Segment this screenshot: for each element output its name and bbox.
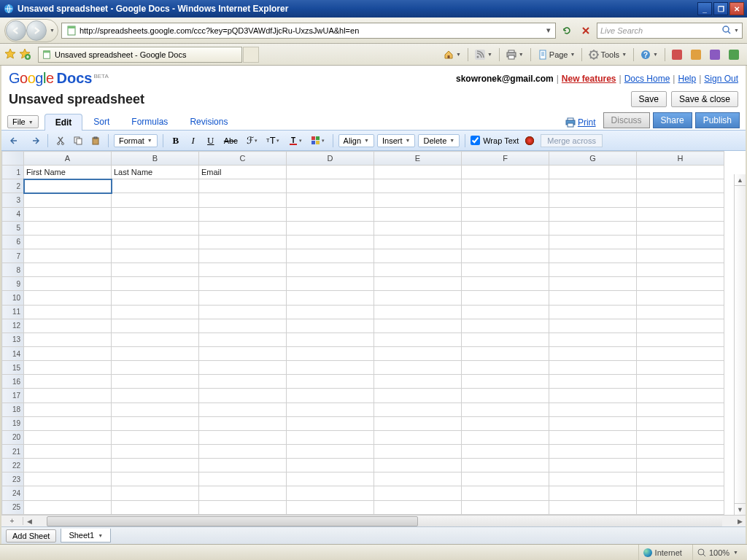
maximize-button[interactable]: ❐ (713, 2, 728, 15)
tab-revisions[interactable]: Revisions (179, 113, 239, 130)
address-bar[interactable]: ▾ (61, 23, 556, 39)
cell-A3[interactable] (24, 193, 112, 207)
cell-H3[interactable] (637, 193, 724, 207)
cell-H16[interactable] (637, 375, 724, 389)
cell-F21[interactable] (462, 444, 549, 458)
search-icon[interactable] (721, 25, 733, 36)
color-picker-icon[interactable] (522, 133, 538, 148)
text-color-button[interactable]: T▾ (285, 133, 305, 148)
cell-E21[interactable] (374, 444, 462, 458)
italic-button[interactable]: I (186, 133, 201, 148)
cell-F18[interactable] (462, 402, 549, 416)
cell-B10[interactable] (112, 291, 199, 305)
cell-C8[interactable] (199, 263, 287, 277)
cell-E9[interactable] (374, 277, 462, 291)
cell-B21[interactable] (112, 444, 199, 458)
cell-A24[interactable] (24, 486, 112, 500)
cell-A10[interactable] (24, 291, 112, 305)
favorites-center-icon[interactable] (4, 48, 18, 61)
cell-C25[interactable] (199, 500, 287, 514)
cell-H19[interactable] (637, 416, 724, 430)
cell-C5[interactable] (199, 221, 287, 235)
cell-F11[interactable] (462, 305, 549, 319)
cell-H7[interactable] (637, 249, 724, 262)
underline-button[interactable]: U (204, 133, 218, 148)
nav-history-dropdown[interactable]: ▼ (47, 28, 57, 33)
cell-E11[interactable] (374, 305, 462, 319)
delete-dropdown[interactable]: Delete▼ (418, 134, 460, 147)
ext-icon-1[interactable] (668, 47, 686, 62)
cell-B15[interactable] (112, 361, 199, 375)
cell-G12[interactable] (549, 319, 637, 332)
cell-A2[interactable] (24, 179, 112, 193)
cell-C23[interactable] (199, 472, 287, 486)
cell-H2[interactable] (637, 179, 724, 193)
cell-E6[interactable] (374, 235, 462, 249)
cell-G19[interactable] (549, 416, 637, 430)
cell-H9[interactable] (637, 277, 724, 291)
col-header-H[interactable]: H (637, 152, 724, 166)
tab-sort[interactable]: Sort (82, 113, 120, 130)
address-dropdown-icon[interactable]: ▾ (543, 26, 554, 35)
strikethrough-button[interactable]: Abc (221, 133, 241, 148)
cell-H13[interactable] (637, 332, 724, 346)
cell-A7[interactable] (24, 249, 112, 262)
cell-C24[interactable] (199, 486, 287, 500)
scroll-right-icon[interactable]: ▶ (734, 518, 746, 525)
cell-D8[interactable] (287, 263, 374, 277)
file-menu[interactable]: File▼ (7, 115, 39, 128)
cut-button[interactable] (53, 133, 68, 148)
copy-button[interactable] (71, 133, 85, 148)
cell-F20[interactable] (462, 430, 549, 444)
url-input[interactable] (80, 24, 543, 37)
cell-A11[interactable] (24, 305, 112, 319)
row-header-24[interactable]: 24 (2, 486, 24, 500)
row-header-21[interactable]: 21 (2, 444, 24, 458)
search-input[interactable] (600, 26, 721, 35)
tab-formulas[interactable]: Formulas (120, 113, 179, 130)
cell-H23[interactable] (637, 472, 724, 486)
col-header-C[interactable]: C (199, 152, 287, 166)
cell-A15[interactable] (24, 361, 112, 375)
cell-E3[interactable] (374, 193, 462, 207)
search-dropdown[interactable]: ▼ (734, 28, 739, 33)
cell-B8[interactable] (112, 263, 199, 277)
cell-H22[interactable] (637, 459, 724, 472)
cell-D9[interactable] (287, 277, 374, 291)
cell-G24[interactable] (549, 486, 637, 500)
cell-C9[interactable] (199, 277, 287, 291)
cell-H4[interactable] (637, 207, 724, 221)
cell-G21[interactable] (549, 444, 637, 458)
help-link[interactable]: Help (678, 74, 696, 84)
font-size-button[interactable]: TT▾ (263, 133, 282, 148)
cell-E16[interactable] (374, 375, 462, 389)
cell-H11[interactable] (637, 305, 724, 319)
row-header-14[interactable]: 14 (2, 346, 24, 360)
cell-C3[interactable] (199, 193, 287, 207)
cell-B7[interactable] (112, 249, 199, 262)
merge-across-button[interactable]: Merge across (541, 134, 603, 147)
cell-A1[interactable]: First Name (24, 166, 112, 179)
print-link[interactable]: Print (565, 117, 596, 128)
row-header-16[interactable]: 16 (2, 375, 24, 389)
cell-E1[interactable] (374, 166, 462, 179)
save-button[interactable]: Save (631, 91, 667, 107)
cell-H20[interactable] (637, 430, 724, 444)
cell-F9[interactable] (462, 277, 549, 291)
docs-home-link[interactable]: Docs Home (624, 74, 670, 84)
row-header-25[interactable]: 25 (2, 500, 24, 514)
row-header-17[interactable]: 17 (2, 389, 24, 402)
cell-F12[interactable] (462, 319, 549, 332)
horizontal-scrollbar[interactable]: + ◀ ▶ (1, 515, 746, 526)
row-header-11[interactable]: 11 (2, 305, 24, 319)
cell-H15[interactable] (637, 361, 724, 375)
cell-C19[interactable] (199, 416, 287, 430)
publish-button[interactable]: Publish (695, 112, 740, 128)
cell-C21[interactable] (199, 444, 287, 458)
cell-F3[interactable] (462, 193, 549, 207)
col-header-A[interactable]: A (24, 152, 112, 166)
cell-D1[interactable] (287, 166, 374, 179)
ext-icon-4[interactable] (725, 47, 743, 62)
tools-menu[interactable]: Tools▼ (585, 47, 630, 62)
cell-G15[interactable] (549, 361, 637, 375)
